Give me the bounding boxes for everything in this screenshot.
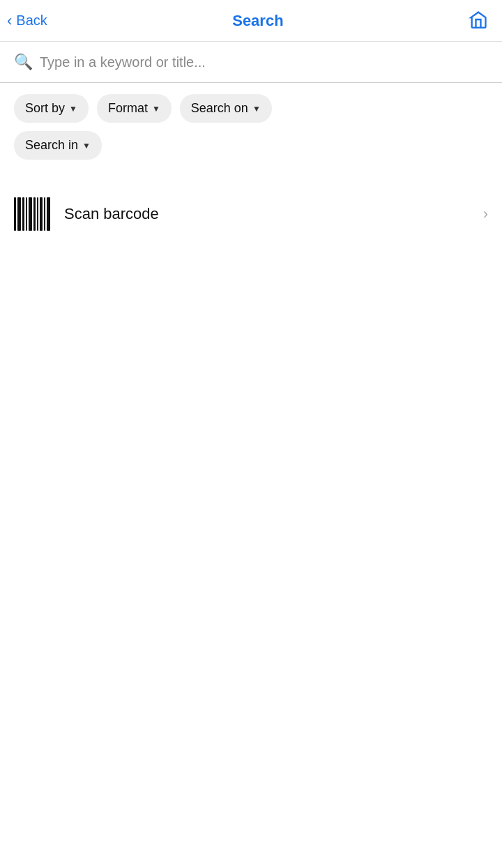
search-in-button[interactable]: Search in ▼ — [14, 131, 102, 160]
format-chevron-icon: ▼ — [152, 104, 160, 114]
search-on-label: Search on — [191, 101, 248, 116]
search-on-chevron-icon: ▼ — [252, 104, 261, 114]
filter-row-2: Search in ▼ — [0, 123, 502, 160]
home-button[interactable] — [469, 10, 488, 31]
home-icon — [469, 21, 488, 31]
back-label: Back — [16, 13, 47, 29]
filter-row-1: Sort by ▼ Format ▼ Search on ▼ — [0, 83, 502, 123]
sort-by-chevron-icon: ▼ — [69, 104, 77, 114]
scan-barcode-label: Scan barcode — [64, 205, 159, 223]
search-input-area: 🔍 — [0, 42, 502, 83]
scan-barcode-chevron-icon: › — [483, 205, 488, 223]
format-button[interactable]: Format ▼ — [97, 94, 172, 123]
chevron-left-icon: ‹ — [7, 12, 12, 30]
search-in-label: Search in — [25, 138, 78, 153]
search-icon: 🔍 — [14, 53, 33, 71]
sort-by-label: Sort by — [25, 101, 65, 116]
scan-barcode-left: Scan barcode — [14, 197, 159, 231]
sort-by-button[interactable]: Sort by ▼ — [14, 94, 89, 123]
search-input[interactable] — [40, 54, 488, 70]
back-button[interactable]: ‹ Back — [7, 12, 47, 30]
header: ‹ Back Search — [0, 0, 502, 42]
search-in-chevron-icon: ▼ — [82, 141, 91, 151]
search-on-button[interactable]: Search on ▼ — [180, 94, 272, 123]
scan-barcode-row[interactable]: Scan barcode › — [0, 181, 502, 248]
format-label: Format — [108, 101, 148, 116]
barcode-icon — [14, 197, 50, 231]
page-title: Search — [232, 12, 283, 30]
